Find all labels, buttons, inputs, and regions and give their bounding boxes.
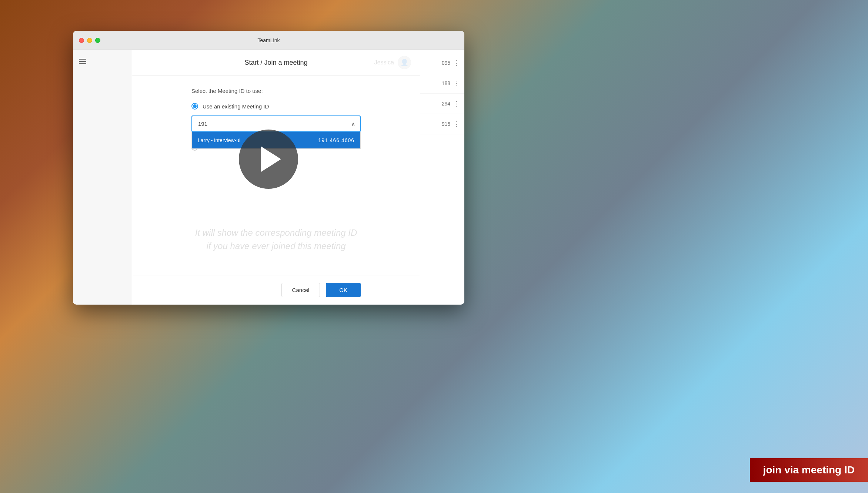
- dropdown-item-name: Larry - interview-ui: [198, 137, 240, 143]
- hamburger-icon: [79, 59, 126, 64]
- hamburger-line-1: [79, 59, 86, 60]
- radio-existing-option[interactable]: Use an existing Meeting ID: [191, 103, 361, 110]
- right-panel-num-3: 294: [442, 101, 450, 107]
- right-panel-item-4: 915 ⋮: [420, 114, 464, 134]
- close-button[interactable]: [79, 38, 84, 43]
- right-panel-num-1: 095: [442, 60, 450, 66]
- dropdown-arrow-icon[interactable]: ∧: [351, 120, 355, 127]
- dialog-header: Start / Join a meeting: [132, 50, 420, 76]
- title-bar: TeamLink: [73, 31, 464, 50]
- select-meeting-id-label: Select the Meeting ID to use:: [191, 88, 361, 94]
- maximize-button[interactable]: [95, 38, 100, 43]
- watermark-text: It will show the corresponding meeting I…: [195, 226, 357, 253]
- right-panel-dots-2[interactable]: ⋮: [453, 79, 460, 87]
- video-play-button[interactable]: [239, 130, 298, 189]
- window-title: TeamLink: [258, 37, 280, 43]
- cancel-button[interactable]: Cancel: [281, 283, 320, 297]
- sidebar: [73, 50, 132, 305]
- watermark-line-1: It will show the corresponding meeting I…: [195, 226, 357, 239]
- dropdown-item-id: 191 466 4606: [318, 137, 354, 143]
- right-panel-dots-1[interactable]: ⋮: [453, 59, 460, 67]
- minimize-button[interactable]: [87, 38, 92, 43]
- annotation-banner: join via meeting ID: [750, 458, 868, 482]
- ok-button[interactable]: OK: [326, 283, 361, 297]
- right-panel: 095 ⋮ 188 ⋮ 294 ⋮ 915 ⋮: [420, 50, 464, 305]
- traffic-lights: [79, 38, 100, 43]
- right-panel-dots-3[interactable]: ⋮: [453, 100, 460, 108]
- annotation-text: join via meeting ID: [763, 464, 855, 476]
- radio-existing-label: Use an existing Meeting ID: [203, 103, 269, 110]
- hamburger-line-3: [79, 63, 86, 64]
- radio-existing-button[interactable]: [191, 103, 198, 110]
- right-panel-item-1: 095 ⋮: [420, 53, 464, 73]
- right-panel-num-2: 188: [442, 80, 450, 86]
- dialog-title: Start / Join a meeting: [244, 59, 307, 66]
- meeting-id-dropdown-container: ∧ Larry - interview-ui 191 466 4606: [191, 115, 361, 132]
- right-panel-item-2: 188 ⋮: [420, 73, 464, 94]
- play-triangle-icon: [261, 146, 281, 172]
- right-panel-dots-4[interactable]: ⋮: [453, 120, 460, 128]
- hamburger-menu-button[interactable]: [73, 56, 132, 67]
- right-panel-item-3: 294 ⋮: [420, 94, 464, 114]
- dialog-footer: Cancel OK: [132, 275, 420, 305]
- meeting-id-input[interactable]: [191, 115, 361, 132]
- hamburger-line-2: [79, 61, 86, 62]
- watermark-line-2: if you have ever joined this meeting: [195, 239, 357, 253]
- right-panel-num-4: 915: [442, 121, 450, 127]
